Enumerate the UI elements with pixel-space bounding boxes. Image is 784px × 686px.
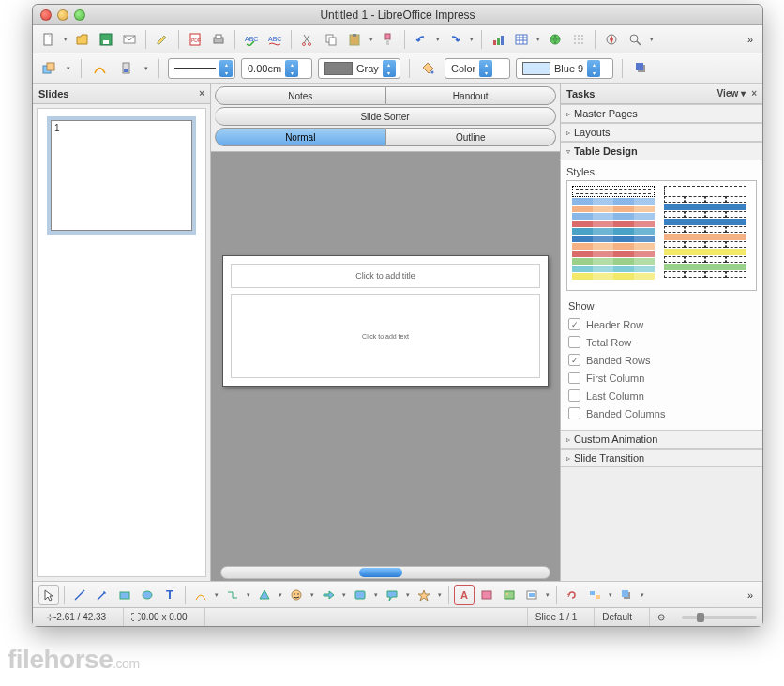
callouts-icon[interactable]: [382, 585, 402, 605]
shadow-icon[interactable]: [631, 58, 652, 79]
line-width-field[interactable]: 0.00cm▴▾: [241, 58, 312, 79]
line-style-combo[interactable]: ▴▾: [168, 58, 235, 79]
tab-outline[interactable]: Outline: [386, 128, 557, 146]
stars-icon[interactable]: [414, 585, 434, 605]
checkbox-last-column[interactable]: Last Column: [568, 387, 755, 404]
flowchart-icon[interactable]: [350, 585, 370, 605]
slide-canvas-area[interactable]: Click to add title Click to add text: [211, 152, 560, 581]
spellcheck-icon[interactable]: ABC: [241, 29, 262, 50]
checkbox-box[interactable]: [568, 372, 580, 384]
slide-title-placeholder[interactable]: Click to add title: [231, 264, 540, 288]
line-color-combo[interactable]: Gray▴▾: [318, 58, 400, 79]
block-arrows-icon[interactable]: [318, 585, 339, 605]
open-icon[interactable]: [72, 29, 93, 50]
checkbox-box[interactable]: ✓: [568, 318, 580, 330]
checkbox-total-row[interactable]: Total Row: [568, 333, 755, 351]
zoom-icon[interactable]: [625, 29, 645, 50]
slide-canvas[interactable]: Click to add title Click to add text: [222, 255, 549, 387]
save-icon[interactable]: [96, 29, 116, 50]
curve-tool-icon[interactable]: [190, 585, 211, 605]
line-tool-icon[interactable]: [69, 585, 90, 605]
select-tool-icon[interactable]: [38, 585, 59, 605]
new-doc-dropdown[interactable]: ▾: [62, 29, 69, 50]
checkbox-header-row[interactable]: ✓Header Row: [568, 315, 755, 333]
checkbox-box[interactable]: [568, 407, 580, 419]
tab-normal[interactable]: Normal: [215, 128, 386, 146]
tab-notes[interactable]: Notes: [215, 86, 386, 105]
basic-shapes-icon[interactable]: [254, 585, 275, 605]
table-style-1[interactable]: [572, 186, 655, 285]
checkbox-box[interactable]: ✓: [568, 354, 580, 366]
rotate-icon[interactable]: [562, 585, 582, 605]
table-icon[interactable]: [511, 29, 532, 50]
slides-panel: Slides × 1: [33, 84, 211, 581]
align-icon[interactable]: [584, 585, 605, 605]
arrow-tool-icon[interactable]: [92, 585, 113, 605]
undo-icon[interactable]: [411, 29, 431, 50]
format-paintbrush-icon[interactable]: [378, 29, 399, 50]
slide-text-placeholder[interactable]: Click to add text: [231, 294, 540, 378]
fontwork-gallery-icon[interactable]: [476, 585, 497, 605]
area-fill-icon[interactable]: [418, 58, 439, 79]
checkbox-first-column[interactable]: First Column: [568, 369, 755, 387]
paste-icon[interactable]: [344, 29, 365, 50]
tab-handout[interactable]: Handout: [386, 86, 557, 105]
zoom-slider[interactable]: [682, 616, 757, 619]
undo-dropdown[interactable]: ▾: [434, 29, 442, 50]
section-slide-transition[interactable]: ▹Slide Transition: [561, 449, 762, 467]
table-dropdown[interactable]: ▾: [535, 29, 542, 50]
checkbox-banded-columns[interactable]: Banded Columns: [568, 404, 755, 422]
tasks-view-menu[interactable]: View ▾: [717, 88, 746, 99]
glue-icon[interactable]: [116, 58, 137, 79]
toolbar-overflow-icon[interactable]: »: [744, 34, 757, 45]
fill-color-combo[interactable]: Blue 9▴▾: [516, 58, 613, 79]
gallery-icon[interactable]: [521, 585, 542, 605]
email-icon[interactable]: [119, 29, 140, 50]
zoom-out-icon[interactable]: ⊖: [649, 608, 672, 626]
autospellcheck-icon[interactable]: ABC: [264, 29, 285, 50]
position-icon[interactable]: [616, 585, 637, 605]
print-icon[interactable]: [208, 29, 229, 50]
copy-icon[interactable]: [321, 29, 341, 50]
redo-dropdown[interactable]: ▾: [468, 29, 475, 50]
watermark: filehorse.com: [8, 645, 140, 675]
edit-icon[interactable]: [152, 29, 173, 50]
checkbox-banded-rows[interactable]: ✓Banded Rows: [568, 351, 755, 369]
bezier-icon[interactable]: [90, 58, 111, 79]
section-table-design[interactable]: ▿Table Design: [561, 142, 762, 160]
paste-dropdown[interactable]: ▾: [368, 29, 375, 50]
text-tool-icon[interactable]: T: [159, 585, 180, 605]
zoom-dropdown[interactable]: ▾: [648, 29, 656, 50]
hyperlink-icon[interactable]: [545, 29, 565, 50]
tab-slide-sorter[interactable]: Slide Sorter: [215, 107, 556, 126]
fontwork-text-icon[interactable]: A: [454, 585, 475, 605]
checkbox-box[interactable]: [568, 389, 580, 402]
slide-thumbnail[interactable]: 1: [47, 116, 196, 235]
connector-tool-icon[interactable]: [222, 585, 243, 605]
chart-icon[interactable]: [488, 29, 508, 50]
section-layouts[interactable]: ▹Layouts: [561, 123, 762, 142]
export-pdf-icon[interactable]: PDF: [185, 29, 205, 50]
rectangle-tool-icon[interactable]: [114, 585, 135, 605]
from-file-icon[interactable]: [499, 585, 520, 605]
horizontal-scrollbar[interactable]: [220, 566, 550, 579]
close-icon[interactable]: ×: [199, 88, 204, 99]
cut-icon[interactable]: [297, 29, 318, 50]
arrange-icon[interactable]: [38, 58, 59, 79]
line-color-label: Gray: [356, 63, 379, 74]
section-custom-animation[interactable]: ▹Custom Animation: [561, 430, 762, 449]
symbol-shapes-icon[interactable]: [286, 585, 307, 605]
redo-icon[interactable]: [445, 29, 465, 50]
table-styles-gallery[interactable]: [566, 180, 757, 291]
close-icon[interactable]: ×: [751, 88, 757, 99]
new-doc-icon[interactable]: [38, 29, 59, 50]
status-object-size: ⛶ 0.00 x 0.00: [123, 608, 194, 626]
section-master-pages[interactable]: ▹Master Pages: [561, 104, 762, 123]
navigator-icon[interactable]: [601, 29, 622, 50]
drawbar-overflow-icon[interactable]: »: [744, 589, 757, 601]
grid-icon[interactable]: [568, 29, 589, 50]
fill-type-combo[interactable]: Color▴▾: [445, 58, 510, 79]
checkbox-box[interactable]: [568, 336, 580, 348]
table-style-2[interactable]: [664, 186, 746, 285]
ellipse-tool-icon[interactable]: [137, 585, 158, 605]
